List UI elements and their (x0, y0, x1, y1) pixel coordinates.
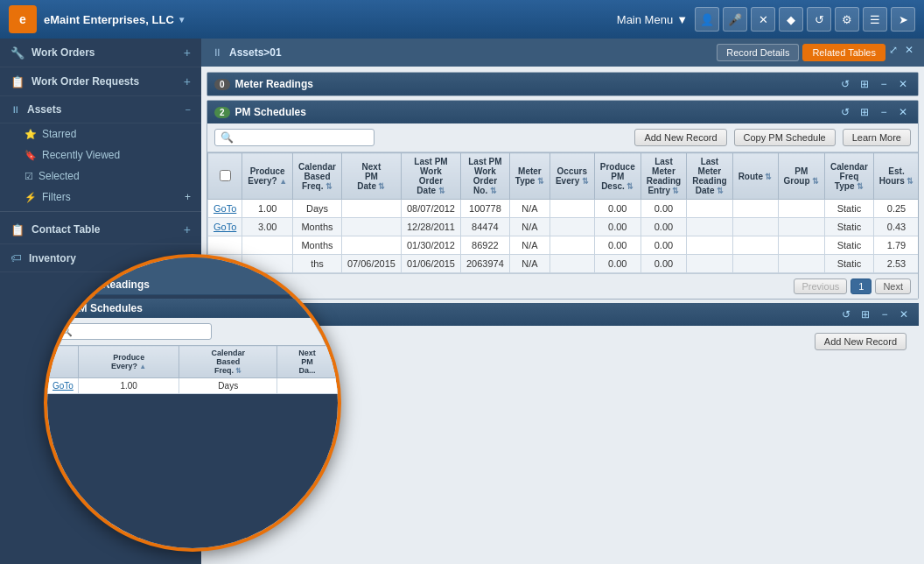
meter-readings-close-icon[interactable]: ✕ (895, 76, 911, 92)
third-minimize-icon[interactable]: − (877, 307, 892, 322)
logo-button[interactable]: e (9, 5, 37, 33)
pm-grid-icon[interactable]: ⊞ (857, 104, 872, 120)
assets-collapse-icon[interactable]: − (186, 104, 191, 115)
col-pm-group[interactable]: PMGroup ⇅ (778, 153, 825, 200)
refresh-icon-btn[interactable]: ↺ (807, 7, 831, 32)
col-meter-type[interactable]: MeterType ⇅ (509, 153, 550, 200)
third-add-new-button[interactable]: Add New Record (815, 333, 906, 350)
next-page-button[interactable]: Next (875, 278, 911, 294)
sidebar-item-wo-requests[interactable]: 📋 Work Order Requests + (0, 67, 201, 96)
pm-close-icon[interactable]: ✕ (895, 104, 911, 120)
col-last-pm-wo-no[interactable]: Last PMWorkOrderNo. ⇅ (461, 153, 510, 200)
col-next-pm-date[interactable]: NextPMDate ⇅ (341, 153, 401, 200)
arrow-icon-btn[interactable]: ➤ (891, 7, 915, 32)
magnify-overlay: ⏸ Assets>01 0 Meter Readings 2 PM Schedu… (44, 254, 341, 552)
row3-route (732, 236, 778, 255)
meter-readings-refresh-icon[interactable]: ↺ (837, 76, 853, 92)
row3-last-pm-date: 01/30/2012 (401, 236, 460, 255)
col-produce-every[interactable]: ProduceEvery? ▲ (242, 153, 293, 200)
mic-icon-btn[interactable]: 🎤 (723, 7, 747, 32)
assets-icon: ⏸ (10, 104, 20, 115)
col-cal-freq-type[interactable]: CalendarFreqType ⇅ (825, 153, 874, 200)
row1-occurs (550, 200, 594, 218)
col-produce-pm-desc[interactable]: ProducePMDesc. ⇅ (594, 153, 640, 200)
sidebar-sub-filters[interactable]: ⚡ Filters + (0, 187, 201, 208)
row1-meter-type: N/A (509, 200, 550, 218)
row4-produce-desc: 0.00 (594, 255, 640, 273)
related-tables-tab[interactable]: Related Tables (802, 44, 886, 61)
row3-produce-every (242, 236, 293, 255)
pm-schedules-icons: ↺ ⊞ − ✕ (837, 104, 911, 120)
third-refresh-icon[interactable]: ↺ (838, 307, 854, 322)
mag-pm-section: 2 PM Schedules (47, 299, 338, 318)
diamond-icon-btn[interactable]: ◆ (779, 7, 803, 32)
sidebar-item-work-orders[interactable]: 🔧 Work Orders + (0, 39, 201, 67)
user-icon-btn[interactable]: 👤 (695, 7, 719, 32)
mag-row1-goto: GoTo (48, 378, 79, 394)
pm-refresh-icon[interactable]: ↺ (837, 104, 853, 120)
row1-last-pm-no: 100778 (461, 200, 510, 218)
contact-table-add-icon[interactable]: + (184, 222, 191, 236)
sidebar-item-contact-table[interactable]: 📋 Contact Table + (0, 215, 201, 244)
pm-minimize-icon[interactable]: − (876, 104, 892, 120)
row3-occurs (550, 236, 594, 255)
pm-search-input[interactable] (237, 132, 368, 143)
sidebar-sub-recently-viewed[interactable]: 🔖 Recently Viewed (0, 145, 201, 166)
col-route[interactable]: Route ⇅ (732, 153, 778, 200)
star-icon: ⭐ (24, 129, 37, 140)
filters-add-icon[interactable]: + (185, 191, 191, 203)
row4-hours: 2.53 (873, 255, 918, 273)
breadcrumb-text: Assets>01 (229, 46, 282, 59)
record-details-tab[interactable]: Record Details (717, 44, 799, 61)
sidebar-sub-selected[interactable]: ☑ Selected (0, 166, 201, 187)
row3-cal-based: Months (293, 236, 342, 255)
meter-readings-minimize-icon[interactable]: − (876, 76, 892, 92)
third-grid-icon[interactable]: ⊞ (858, 307, 873, 322)
col-last-meter-date[interactable]: LastMeterReadingDate ⇅ (687, 153, 732, 200)
sidebar-sub-starred[interactable]: ⭐ Starred (0, 123, 201, 145)
wo-requests-add-icon[interactable]: + (184, 74, 191, 88)
close-icon[interactable]: ✕ (905, 44, 914, 61)
row3-meter-entry: 0.00 (640, 236, 686, 255)
col-last-meter-entry[interactable]: LastMeterReadingEntry ⇅ (640, 153, 686, 200)
row2-last-pm-no: 84474 (461, 218, 510, 236)
gear-icon-btn[interactable]: ⚙ (835, 7, 859, 32)
tab-buttons-group: Record Details Related Tables ⤢ ✕ (717, 44, 914, 61)
add-new-record-button[interactable]: Add New Record (634, 129, 726, 146)
col-est-hours[interactable]: Est.Hours ⇅ (873, 153, 918, 200)
col-occurs-every[interactable]: OccursEvery ⇅ (550, 153, 594, 200)
row3-meter-type: N/A (509, 236, 550, 255)
work-orders-add-icon[interactable]: + (184, 46, 191, 60)
mag-search-box[interactable]: 🔍 (54, 323, 212, 340)
sidebar-item-assets[interactable]: ⏸ Assets − (0, 96, 201, 123)
meter-readings-grid-icon[interactable]: ⊞ (857, 76, 872, 92)
mag-meter-title: Meter Readings (72, 278, 150, 291)
goto-link-1[interactable]: GoTo (214, 203, 236, 214)
copy-pm-schedule-button[interactable]: Copy PM Schedule (734, 129, 836, 146)
pm-search-box[interactable]: 🔍 (214, 129, 374, 146)
learn-more-button[interactable]: Learn More (843, 129, 911, 146)
company-chevron-icon: ▼ (178, 15, 186, 25)
sidebar-divider-1 (0, 211, 201, 212)
previous-page-button[interactable]: Previous (794, 278, 847, 294)
mag-search-input[interactable] (76, 327, 199, 336)
menu-icon-btn[interactable]: ☰ (863, 7, 887, 32)
wo-requests-label: Work Order Requests (32, 75, 139, 88)
select-all-checkbox[interactable] (220, 170, 231, 181)
page-1-button[interactable]: 1 (850, 278, 872, 294)
logo-icon: e (19, 12, 26, 26)
third-close-icon[interactable]: ✕ (896, 307, 912, 322)
col-last-pm-wo-date[interactable]: Last PMWorkOrderDate ⇅ (401, 153, 460, 200)
close-icon-btn[interactable]: ✕ (751, 7, 775, 32)
mag-goto-link[interactable]: GoTo (52, 381, 74, 391)
col-selector[interactable] (208, 153, 242, 200)
top-navigation: e eMaint Enterprises, LLC ▼ Main Menu ▼ … (0, 0, 924, 39)
main-menu-button[interactable]: Main Menu ▼ (617, 13, 688, 26)
row3-last-pm-no: 86922 (461, 236, 510, 255)
company-name[interactable]: eMaint Enterprises, LLC ▼ (44, 13, 186, 26)
col-calendar-based[interactable]: CalendarBasedFreq. ⇅ (293, 153, 342, 200)
search-icon: 🔍 (220, 131, 234, 144)
goto-link-2[interactable]: GoTo (214, 222, 236, 232)
mag-row1-produce: 1.00 (78, 378, 178, 394)
expand-icon[interactable]: ⤢ (889, 44, 898, 61)
